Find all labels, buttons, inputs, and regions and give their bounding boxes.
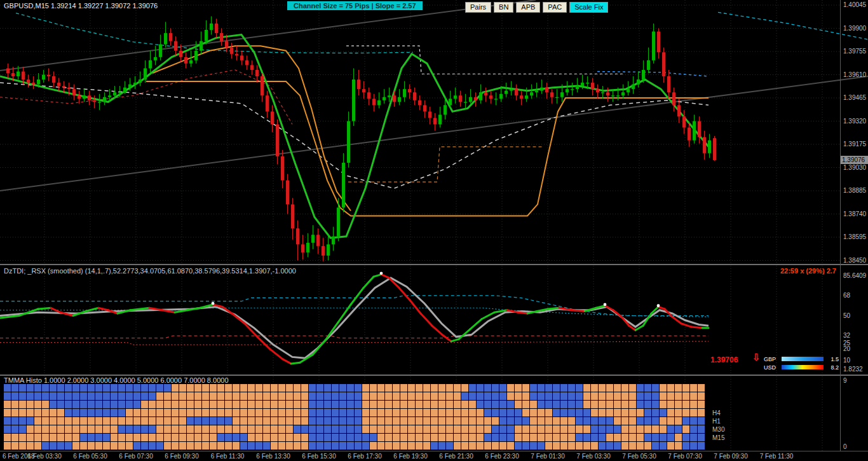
- tmma-cell: [431, 425, 438, 433]
- candle-body: [103, 97, 106, 102]
- tmma-cell: [294, 409, 301, 416]
- tmma-cell: [255, 409, 262, 416]
- tmma-cell: [355, 417, 362, 425]
- tmma-cell: [682, 384, 689, 392]
- tmma-cell: [393, 442, 400, 450]
- tmma-cell: [469, 401, 476, 408]
- tmma-cell: [347, 425, 354, 433]
- candle-body: [708, 141, 711, 153]
- tmma-cell: [431, 384, 438, 392]
- tmma-cell: [179, 401, 186, 408]
- tmma-cell: [530, 417, 537, 425]
- tmma-cell: [42, 409, 49, 416]
- tmma-cell: [499, 442, 506, 450]
- tmma-cell: [492, 417, 499, 425]
- tmma-cell: [583, 401, 590, 408]
- tmma-cell: [118, 401, 125, 408]
- tmma-cell: [19, 401, 26, 408]
- tmma-cell: [111, 392, 118, 400]
- mt4-chart-window: GBPUSD,M15 1.39214 1.39227 1.39072 1.390…: [0, 0, 868, 461]
- tmma-cell: [377, 392, 384, 400]
- tmma-cell: [629, 384, 636, 392]
- rsx-segment: [444, 336, 451, 341]
- tmma-cell: [362, 434, 369, 441]
- tmma-cell: [423, 425, 430, 433]
- tmma-cell: [50, 417, 57, 425]
- tmma-cell: [690, 434, 697, 441]
- tmma-cell: [133, 384, 140, 392]
- tmma-cell: [4, 401, 11, 408]
- tmma-cell: [111, 409, 118, 416]
- tmma-cell: [614, 401, 621, 408]
- tmma-cell: [492, 434, 499, 441]
- tmma-cell: [4, 392, 11, 400]
- toolbar-button-pac[interactable]: PAC: [543, 2, 567, 13]
- tmma-cell: [95, 401, 102, 408]
- tmma-cell: [179, 409, 186, 416]
- tmma-cell: [576, 434, 583, 441]
- tmma-cell: [65, 409, 72, 416]
- tmma-cell: [126, 442, 133, 450]
- toolbar-button-bn[interactable]: BN: [494, 2, 513, 13]
- tmma-cell: [446, 417, 453, 425]
- tmma-cell: [690, 409, 697, 416]
- toolbar-button-scale-fix[interactable]: Scale Fix: [569, 2, 608, 13]
- tmma-cell: [377, 409, 384, 416]
- candle-body: [316, 235, 320, 246]
- tmma-cell: [103, 417, 110, 425]
- tmma-cell: [660, 442, 667, 450]
- tmma-cell: [156, 417, 163, 425]
- tmma-cell: [454, 417, 461, 425]
- strength-row-gbp: GBP1.5: [764, 355, 839, 363]
- rsx-segment: [232, 313, 245, 324]
- tmma-cell: [553, 425, 560, 433]
- regression-trend-line: [0, 0, 536, 71]
- panel-separator[interactable]: [0, 264, 868, 265]
- tmma-cell: [95, 409, 102, 416]
- tmma-cell: [385, 434, 392, 441]
- candle-body: [93, 100, 96, 102]
- tmma-cell: [233, 434, 240, 441]
- strength-value: 8.2: [826, 364, 839, 371]
- tmma-cell: [576, 442, 583, 450]
- candle-body: [642, 70, 645, 79]
- tmma-cell: [667, 401, 674, 408]
- tmma-cell: [324, 434, 331, 441]
- candle-body: [276, 125, 279, 156]
- candle-body: [530, 92, 533, 95]
- candle-body: [215, 24, 218, 33]
- toolbar-button-pairs[interactable]: Pairs: [465, 2, 491, 13]
- tmma-cell: [499, 384, 506, 392]
- tmma-cell: [179, 417, 186, 425]
- tmma-cell: [416, 425, 423, 433]
- candle-body: [266, 95, 269, 111]
- price-axis-label: 1.39610: [843, 71, 866, 79]
- tmma-cell: [149, 425, 156, 433]
- toolbar-button-apb[interactable]: APB: [516, 2, 540, 13]
- tmma-cell: [126, 425, 133, 433]
- candle-body: [27, 79, 30, 83]
- tmma-cell: [194, 425, 201, 433]
- tmma-cell: [126, 401, 133, 408]
- tmma-cell: [385, 417, 392, 425]
- tmma-cell: [675, 425, 682, 433]
- tmma-cell: [530, 401, 537, 408]
- candle-body: [667, 76, 670, 92]
- tmma-cell: [187, 401, 194, 408]
- tmma-cell: [446, 442, 453, 450]
- tmma-cell: [507, 392, 514, 400]
- tmma-cell: [606, 401, 613, 408]
- tmma-cell: [400, 384, 407, 392]
- tmma-cell: [65, 392, 72, 400]
- tmma-cell: [156, 409, 163, 416]
- tmma-cell: [576, 401, 583, 408]
- tmma-cell: [621, 425, 628, 433]
- candle-body: [139, 79, 142, 83]
- tmma-cell: [568, 392, 575, 400]
- panel-separator[interactable]: [0, 375, 868, 376]
- tmma-cell: [339, 425, 346, 433]
- strength-row-usd: USD8.2: [764, 363, 839, 371]
- candle-body: [413, 92, 416, 100]
- tmma-cell: [385, 409, 392, 416]
- candle-body: [596, 89, 599, 92]
